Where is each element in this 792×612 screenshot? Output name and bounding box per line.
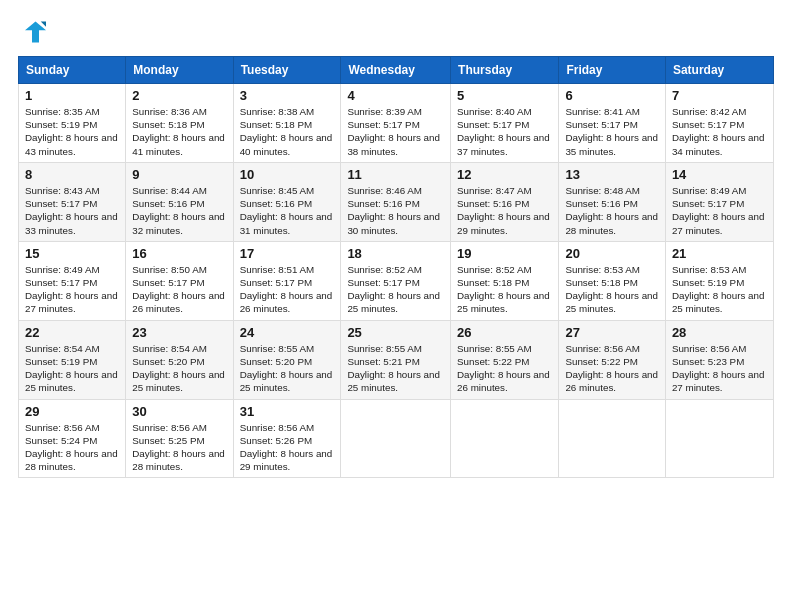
day-info: Sunrise: 8:46 AMSunset: 5:16 PMDaylight:…: [347, 185, 440, 236]
day-cell: 24 Sunrise: 8:55 AMSunset: 5:20 PMDaylig…: [233, 320, 341, 399]
day-number: 7: [672, 88, 767, 103]
day-info: Sunrise: 8:45 AMSunset: 5:16 PMDaylight:…: [240, 185, 333, 236]
day-cell: 2 Sunrise: 8:36 AMSunset: 5:18 PMDayligh…: [126, 84, 233, 163]
day-cell: 31 Sunrise: 8:56 AMSunset: 5:26 PMDaylig…: [233, 399, 341, 478]
day-number: 12: [457, 167, 552, 182]
week-row-4: 22 Sunrise: 8:54 AMSunset: 5:19 PMDaylig…: [19, 320, 774, 399]
day-number: 17: [240, 246, 335, 261]
day-cell: 16 Sunrise: 8:50 AMSunset: 5:17 PMDaylig…: [126, 241, 233, 320]
day-info: Sunrise: 8:49 AMSunset: 5:17 PMDaylight:…: [25, 264, 118, 315]
day-number: 31: [240, 404, 335, 419]
header: [18, 18, 774, 46]
day-number: 21: [672, 246, 767, 261]
day-cell: 7 Sunrise: 8:42 AMSunset: 5:17 PMDayligh…: [665, 84, 773, 163]
logo: [18, 18, 50, 46]
day-number: 28: [672, 325, 767, 340]
day-number: 29: [25, 404, 119, 419]
day-info: Sunrise: 8:39 AMSunset: 5:17 PMDaylight:…: [347, 106, 440, 157]
day-info: Sunrise: 8:56 AMSunset: 5:23 PMDaylight:…: [672, 343, 765, 394]
day-number: 20: [565, 246, 658, 261]
day-number: 24: [240, 325, 335, 340]
day-cell: 28 Sunrise: 8:56 AMSunset: 5:23 PMDaylig…: [665, 320, 773, 399]
day-cell: 26 Sunrise: 8:55 AMSunset: 5:22 PMDaylig…: [451, 320, 559, 399]
day-info: Sunrise: 8:56 AMSunset: 5:22 PMDaylight:…: [565, 343, 658, 394]
day-info: Sunrise: 8:43 AMSunset: 5:17 PMDaylight:…: [25, 185, 118, 236]
day-info: Sunrise: 8:36 AMSunset: 5:18 PMDaylight:…: [132, 106, 225, 157]
day-cell: 20 Sunrise: 8:53 AMSunset: 5:18 PMDaylig…: [559, 241, 665, 320]
day-cell: [341, 399, 451, 478]
day-cell: 9 Sunrise: 8:44 AMSunset: 5:16 PMDayligh…: [126, 162, 233, 241]
day-cell: 6 Sunrise: 8:41 AMSunset: 5:17 PMDayligh…: [559, 84, 665, 163]
day-cell: 27 Sunrise: 8:56 AMSunset: 5:22 PMDaylig…: [559, 320, 665, 399]
day-cell: 13 Sunrise: 8:48 AMSunset: 5:16 PMDaylig…: [559, 162, 665, 241]
day-cell: 29 Sunrise: 8:56 AMSunset: 5:24 PMDaylig…: [19, 399, 126, 478]
day-info: Sunrise: 8:56 AMSunset: 5:25 PMDaylight:…: [132, 422, 225, 473]
week-row-3: 15 Sunrise: 8:49 AMSunset: 5:17 PMDaylig…: [19, 241, 774, 320]
day-cell: 5 Sunrise: 8:40 AMSunset: 5:17 PMDayligh…: [451, 84, 559, 163]
day-cell: 15 Sunrise: 8:49 AMSunset: 5:17 PMDaylig…: [19, 241, 126, 320]
day-number: 16: [132, 246, 226, 261]
day-number: 25: [347, 325, 444, 340]
weekday-header-thursday: Thursday: [451, 57, 559, 84]
day-info: Sunrise: 8:52 AMSunset: 5:17 PMDaylight:…: [347, 264, 440, 315]
calendar-table: SundayMondayTuesdayWednesdayThursdayFrid…: [18, 56, 774, 478]
day-info: Sunrise: 8:51 AMSunset: 5:17 PMDaylight:…: [240, 264, 333, 315]
day-cell: [451, 399, 559, 478]
day-info: Sunrise: 8:55 AMSunset: 5:20 PMDaylight:…: [240, 343, 333, 394]
day-number: 11: [347, 167, 444, 182]
page: SundayMondayTuesdayWednesdayThursdayFrid…: [0, 0, 792, 612]
day-cell: 30 Sunrise: 8:56 AMSunset: 5:25 PMDaylig…: [126, 399, 233, 478]
day-number: 22: [25, 325, 119, 340]
week-row-2: 8 Sunrise: 8:43 AMSunset: 5:17 PMDayligh…: [19, 162, 774, 241]
day-info: Sunrise: 8:50 AMSunset: 5:17 PMDaylight:…: [132, 264, 225, 315]
day-cell: 8 Sunrise: 8:43 AMSunset: 5:17 PMDayligh…: [19, 162, 126, 241]
day-number: 19: [457, 246, 552, 261]
day-info: Sunrise: 8:55 AMSunset: 5:21 PMDaylight:…: [347, 343, 440, 394]
day-info: Sunrise: 8:35 AMSunset: 5:19 PMDaylight:…: [25, 106, 118, 157]
day-info: Sunrise: 8:53 AMSunset: 5:19 PMDaylight:…: [672, 264, 765, 315]
day-info: Sunrise: 8:44 AMSunset: 5:16 PMDaylight:…: [132, 185, 225, 236]
day-info: Sunrise: 8:56 AMSunset: 5:26 PMDaylight:…: [240, 422, 333, 473]
day-cell: 11 Sunrise: 8:46 AMSunset: 5:16 PMDaylig…: [341, 162, 451, 241]
weekday-header-wednesday: Wednesday: [341, 57, 451, 84]
day-info: Sunrise: 8:42 AMSunset: 5:17 PMDaylight:…: [672, 106, 765, 157]
day-number: 10: [240, 167, 335, 182]
day-number: 6: [565, 88, 658, 103]
day-info: Sunrise: 8:49 AMSunset: 5:17 PMDaylight:…: [672, 185, 765, 236]
day-cell: 3 Sunrise: 8:38 AMSunset: 5:18 PMDayligh…: [233, 84, 341, 163]
day-info: Sunrise: 8:56 AMSunset: 5:24 PMDaylight:…: [25, 422, 118, 473]
day-number: 14: [672, 167, 767, 182]
day-info: Sunrise: 8:47 AMSunset: 5:16 PMDaylight:…: [457, 185, 550, 236]
day-info: Sunrise: 8:54 AMSunset: 5:20 PMDaylight:…: [132, 343, 225, 394]
day-cell: 1 Sunrise: 8:35 AMSunset: 5:19 PMDayligh…: [19, 84, 126, 163]
day-cell: 18 Sunrise: 8:52 AMSunset: 5:17 PMDaylig…: [341, 241, 451, 320]
week-row-5: 29 Sunrise: 8:56 AMSunset: 5:24 PMDaylig…: [19, 399, 774, 478]
day-cell: 12 Sunrise: 8:47 AMSunset: 5:16 PMDaylig…: [451, 162, 559, 241]
week-row-1: 1 Sunrise: 8:35 AMSunset: 5:19 PMDayligh…: [19, 84, 774, 163]
day-info: Sunrise: 8:55 AMSunset: 5:22 PMDaylight:…: [457, 343, 550, 394]
day-number: 8: [25, 167, 119, 182]
day-number: 23: [132, 325, 226, 340]
weekday-header-row: SundayMondayTuesdayWednesdayThursdayFrid…: [19, 57, 774, 84]
weekday-header-tuesday: Tuesday: [233, 57, 341, 84]
day-number: 18: [347, 246, 444, 261]
day-number: 26: [457, 325, 552, 340]
day-number: 9: [132, 167, 226, 182]
day-cell: 4 Sunrise: 8:39 AMSunset: 5:17 PMDayligh…: [341, 84, 451, 163]
day-cell: 22 Sunrise: 8:54 AMSunset: 5:19 PMDaylig…: [19, 320, 126, 399]
day-cell: 17 Sunrise: 8:51 AMSunset: 5:17 PMDaylig…: [233, 241, 341, 320]
day-number: 15: [25, 246, 119, 261]
day-number: 13: [565, 167, 658, 182]
day-cell: 23 Sunrise: 8:54 AMSunset: 5:20 PMDaylig…: [126, 320, 233, 399]
day-cell: [559, 399, 665, 478]
day-cell: 25 Sunrise: 8:55 AMSunset: 5:21 PMDaylig…: [341, 320, 451, 399]
day-cell: 21 Sunrise: 8:53 AMSunset: 5:19 PMDaylig…: [665, 241, 773, 320]
weekday-header-sunday: Sunday: [19, 57, 126, 84]
day-number: 27: [565, 325, 658, 340]
day-number: 2: [132, 88, 226, 103]
day-number: 30: [132, 404, 226, 419]
day-number: 3: [240, 88, 335, 103]
day-info: Sunrise: 8:40 AMSunset: 5:17 PMDaylight:…: [457, 106, 550, 157]
day-info: Sunrise: 8:54 AMSunset: 5:19 PMDaylight:…: [25, 343, 118, 394]
day-info: Sunrise: 8:41 AMSunset: 5:17 PMDaylight:…: [565, 106, 658, 157]
